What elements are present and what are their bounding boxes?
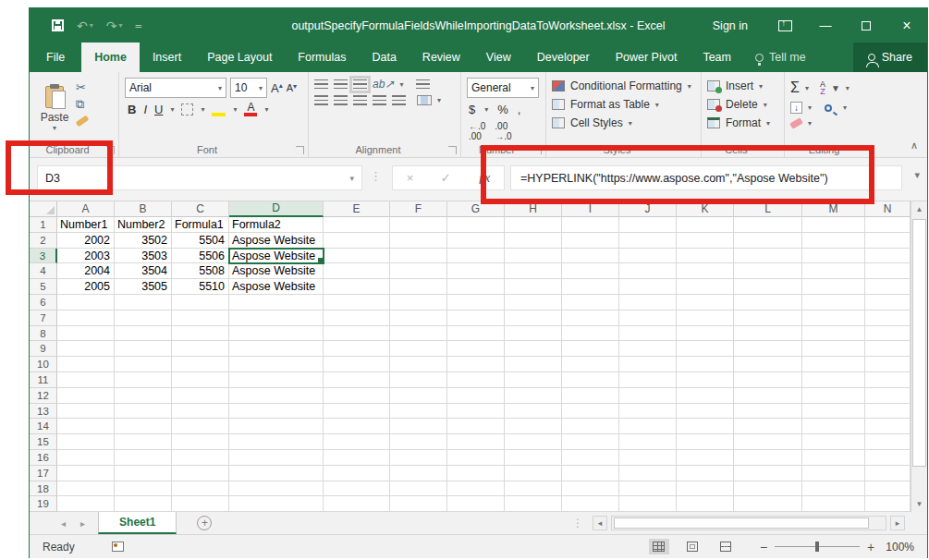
cell-D7[interactable] <box>229 310 324 326</box>
cell-D9[interactable] <box>229 341 324 357</box>
cell-B18[interactable] <box>115 481 172 497</box>
cell-I16[interactable] <box>562 450 619 466</box>
cell-J5[interactable] <box>619 279 677 295</box>
cell-I19[interactable] <box>562 496 619 512</box>
row-header-2[interactable]: 2 <box>30 233 57 249</box>
cell-D5[interactable]: Aspose Website <box>229 279 324 295</box>
cell-A10[interactable] <box>57 357 115 372</box>
cell-G16[interactable] <box>447 450 505 466</box>
cell-K9[interactable] <box>677 341 734 357</box>
cell-M19[interactable] <box>802 496 865 512</box>
column-header-D[interactable]: D <box>229 201 324 217</box>
cell-L14[interactable] <box>734 419 802 434</box>
cell-J14[interactable] <box>619 419 677 434</box>
cell-F14[interactable] <box>390 419 447 434</box>
cell-D17[interactable] <box>229 466 324 481</box>
cell-J16[interactable] <box>619 450 677 466</box>
cell-C9[interactable] <box>172 341 229 357</box>
name-box-dropdown-icon[interactable]: ▾ <box>349 174 354 183</box>
cell-K3[interactable] <box>677 249 734 264</box>
cell-H1[interactable] <box>505 217 562 233</box>
currency-dropdown-icon[interactable]: ▾ <box>484 105 488 114</box>
cell-D8[interactable] <box>229 326 324 342</box>
cell-F8[interactable] <box>390 326 447 342</box>
cell-J7[interactable] <box>619 310 677 326</box>
cancel-entry-icon[interactable]: × <box>407 171 414 185</box>
cell-A19[interactable] <box>57 496 115 512</box>
cell-M1[interactable] <box>802 217 865 233</box>
cell-F5[interactable] <box>390 279 447 295</box>
cell-G10[interactable] <box>447 357 505 372</box>
row-header-11[interactable]: 11 <box>30 372 57 388</box>
cell-E15[interactable] <box>324 434 390 450</box>
cell-G2[interactable] <box>447 233 505 249</box>
cell-E10[interactable] <box>324 357 390 372</box>
cell-N5[interactable] <box>865 279 911 295</box>
cell-M5[interactable] <box>802 279 865 295</box>
maximize-button[interactable] <box>846 8 886 43</box>
cell-N16[interactable] <box>865 450 911 466</box>
orientation-dropdown-icon[interactable]: ▾ <box>399 80 403 89</box>
cell-D13[interactable] <box>229 404 324 420</box>
cell-G13[interactable] <box>447 404 505 420</box>
row-header-6[interactable]: 6 <box>30 295 57 310</box>
cell-I15[interactable] <box>562 434 619 450</box>
cell-I10[interactable] <box>562 357 619 372</box>
fill-color-dropdown-icon[interactable]: ▾ <box>233 105 237 114</box>
cell-D15[interactable] <box>229 434 324 450</box>
find-select-icon[interactable] <box>825 104 832 112</box>
align-right-icon[interactable] <box>353 95 367 105</box>
merge-center-dropdown-icon[interactable]: ▾ <box>437 96 441 104</box>
percent-icon[interactable]: % <box>497 103 508 116</box>
cell-L13[interactable] <box>734 404 802 420</box>
cell-D1[interactable]: Formula2 <box>229 217 324 233</box>
cell-K7[interactable] <box>677 310 734 326</box>
cell-C14[interactable] <box>172 419 229 434</box>
cell-E19[interactable] <box>324 496 390 512</box>
cell-N17[interactable] <box>865 466 911 481</box>
cell-F6[interactable] <box>390 295 447 310</box>
cell-J18[interactable] <box>619 481 677 497</box>
tab-review[interactable]: Review <box>409 43 473 72</box>
cell-N12[interactable] <box>865 388 911 404</box>
cell-E3[interactable] <box>324 249 390 264</box>
cell-I14[interactable] <box>562 419 619 434</box>
cell-I9[interactable] <box>562 341 619 357</box>
cell-G11[interactable] <box>447 372 505 388</box>
format-cells-button[interactable]: Format ▾ <box>707 116 770 129</box>
cell-I18[interactable] <box>562 481 619 497</box>
underline-button[interactable]: U <box>154 103 163 116</box>
cell-F3[interactable] <box>390 249 447 264</box>
cell-N8[interactable] <box>865 326 911 342</box>
cell-M14[interactable] <box>802 419 865 434</box>
cell-L8[interactable] <box>734 326 802 342</box>
cell-A17[interactable] <box>57 466 115 481</box>
row-header-16[interactable]: 16 <box>30 450 57 466</box>
cell-N14[interactable] <box>865 419 911 434</box>
cell-M12[interactable] <box>802 388 865 404</box>
cell-D2[interactable]: Aspose Website <box>229 233 324 249</box>
cell-L2[interactable] <box>734 233 802 249</box>
cell-L5[interactable] <box>734 279 802 295</box>
cell-N19[interactable] <box>865 496 911 512</box>
font-dialog-launcher-icon[interactable] <box>296 146 304 154</box>
decrease-indent-icon[interactable] <box>373 95 386 105</box>
cell-C2[interactable]: 5504 <box>172 233 229 249</box>
cell-K14[interactable] <box>677 419 734 434</box>
cell-K5[interactable] <box>677 279 734 295</box>
cell-M7[interactable] <box>802 310 865 326</box>
cell-A4[interactable]: 2004 <box>57 263 115 279</box>
row-header-8[interactable]: 8 <box>30 326 57 342</box>
tab-formulas[interactable]: Formulas <box>285 43 359 72</box>
horizontal-scroll-thumb[interactable] <box>614 517 869 529</box>
cell-H6[interactable] <box>505 295 562 310</box>
horizontal-scrollbar[interactable] <box>611 516 886 530</box>
cell-G9[interactable] <box>447 341 505 357</box>
cell-H14[interactable] <box>505 419 562 434</box>
cell-M6[interactable] <box>802 295 865 310</box>
cell-N4[interactable] <box>865 263 911 279</box>
borders-dropdown-icon[interactable]: ▾ <box>201 105 204 114</box>
cell-F15[interactable] <box>390 434 447 450</box>
cell-K12[interactable] <box>677 388 734 404</box>
column-header-B[interactable]: B <box>115 201 172 217</box>
